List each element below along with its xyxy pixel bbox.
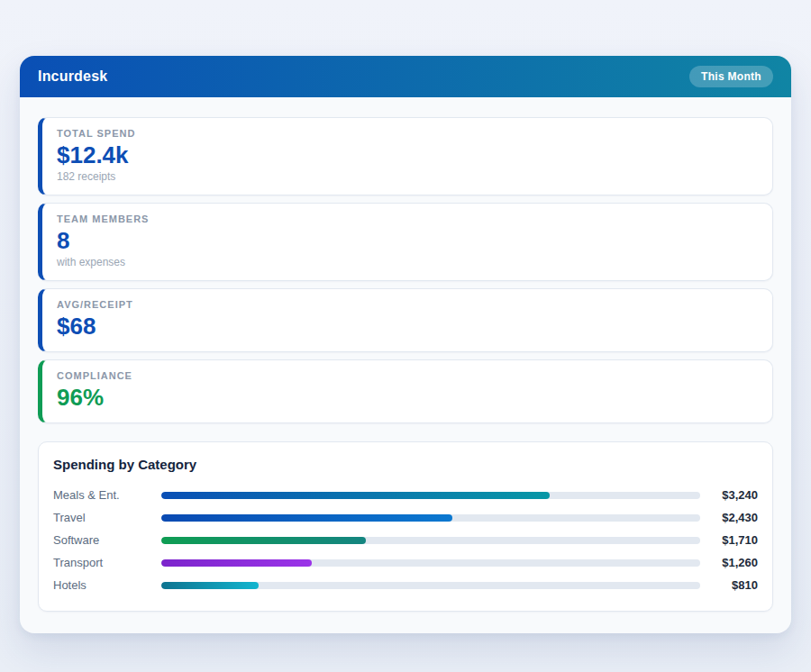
- stat-value: $68: [57, 312, 758, 341]
- category-label: Travel: [53, 511, 161, 524]
- category-amount: $3,240: [700, 488, 758, 502]
- bar-track: [161, 514, 700, 522]
- stat-card-avg-receipt: AVG/RECEIPT $68: [38, 288, 773, 352]
- category-amount: $1,260: [700, 556, 758, 569]
- category-amount: $1,710: [700, 533, 758, 547]
- bar-fill-hotels: [161, 582, 259, 589]
- bar-track: [161, 559, 700, 567]
- category-label: Transport: [53, 556, 161, 569]
- category-label: Software: [53, 533, 161, 547]
- spending-row-hotels: Hotels $810: [53, 574, 758, 596]
- spending-row-travel: Travel $2,430: [53, 506, 758, 529]
- bar-fill-software: [161, 537, 366, 544]
- bar-track: [161, 537, 700, 544]
- dashboard-content: TOTAL SPEND $12.4k 182 receipts TEAM MEM…: [20, 97, 791, 633]
- app-title: Incurdesk: [38, 68, 107, 85]
- bar-fill-transport: [161, 559, 312, 567]
- dashboard-window: Incurdesk This Month TOTAL SPEND $12.4k …: [20, 56, 791, 633]
- panel-title: Spending by Category: [53, 457, 758, 472]
- period-badge-button[interactable]: This Month: [689, 66, 773, 87]
- stat-label: AVG/RECEIPT: [57, 299, 758, 310]
- category-label: Hotels: [53, 578, 161, 592]
- stat-label: TEAM MEMBERS: [57, 213, 758, 224]
- bar-track: [161, 582, 700, 589]
- category-amount: $2,430: [700, 511, 758, 524]
- app-header: Incurdesk This Month: [20, 56, 791, 97]
- category-label: Meals & Ent.: [53, 488, 161, 502]
- stats-stack: TOTAL SPEND $12.4k 182 receipts TEAM MEM…: [38, 117, 773, 423]
- category-amount: $810: [700, 578, 758, 592]
- stat-value: 8: [57, 226, 758, 255]
- stat-subtext: with expenses: [57, 256, 758, 269]
- spending-by-category-panel: Spending by Category Meals & Ent. $3,240…: [38, 441, 773, 612]
- bar-fill-meals: [161, 492, 550, 499]
- stat-label: TOTAL SPEND: [57, 128, 758, 139]
- stat-card-compliance: COMPLIANCE 96%: [38, 359, 773, 423]
- spending-row-meals: Meals & Ent. $3,240: [53, 484, 758, 506]
- stat-card-team-members: TEAM MEMBERS 8 with expenses: [38, 203, 773, 281]
- stat-value: $12.4k: [57, 141, 758, 169]
- stat-label: COMPLIANCE: [57, 370, 758, 381]
- spending-row-transport: Transport $1,260: [53, 551, 758, 574]
- stat-subtext: 182 receipts: [57, 170, 758, 184]
- bar-fill-travel: [161, 514, 452, 522]
- bar-track: [161, 492, 700, 499]
- stat-value: 96%: [57, 383, 758, 412]
- spending-row-software: Software $1,710: [53, 529, 758, 551]
- stat-card-total-spend: TOTAL SPEND $12.4k 182 receipts: [38, 117, 773, 195]
